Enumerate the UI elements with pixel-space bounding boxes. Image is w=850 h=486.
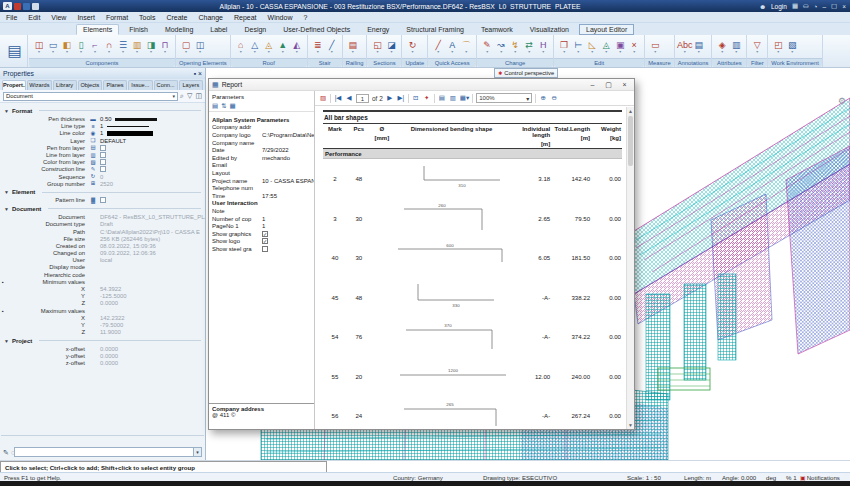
- quick-undo-icon[interactable]: [23, 3, 30, 10]
- checkbox-pen-from-layer[interactable]: [100, 145, 106, 151]
- close-icon[interactable]: ×: [842, 3, 846, 10]
- change-tool-icon[interactable]: ⇄: [522, 40, 536, 54]
- section-project[interactable]: ▼Project: [0, 336, 205, 346]
- param-value[interactable]: 7/29/2022: [262, 147, 314, 153]
- menu-change[interactable]: Change: [198, 14, 223, 21]
- tab-visualization[interactable]: Visualization: [523, 24, 576, 35]
- pin-icon[interactable]: ▪: [194, 70, 196, 77]
- categorize-icon[interactable]: ▤: [212, 102, 218, 110]
- attributes-tool-icon[interactable]: ▥: [729, 40, 743, 54]
- sort-icon[interactable]: ⇅: [221, 102, 226, 110]
- sections-tool-icon[interactable]: ◪: [384, 40, 398, 54]
- param-value[interactable]: mechando: [262, 155, 314, 161]
- property-value[interactable]: 0.50: [98, 116, 205, 122]
- edit-tool-icon[interactable]: ×: [627, 40, 641, 54]
- grid-icon[interactable]: ▦: [230, 102, 236, 110]
- select-icon[interactable]: ⊡: [412, 94, 420, 102]
- menu-format[interactable]: Format: [106, 14, 128, 21]
- scrollbar-thumb[interactable]: [628, 116, 633, 166]
- section-element[interactable]: ▼Element: [0, 187, 205, 197]
- annotations-tool-icon[interactable]: ▤: [692, 40, 706, 54]
- minimize-icon[interactable]: –: [586, 81, 599, 88]
- properties-tab-layers[interactable]: Layers: [179, 80, 203, 90]
- edit-tool-icon[interactable]: ◺: [585, 40, 599, 54]
- tab-energy[interactable]: Energy: [360, 24, 396, 35]
- first-page-icon[interactable]: |◀: [334, 94, 342, 102]
- task-board-icon[interactable]: ▤: [2, 35, 28, 67]
- railing-tool-icon[interactable]: ▤: [346, 40, 360, 54]
- status-notifications[interactable]: ▣Notifications: [800, 474, 840, 481]
- report-scrollbar[interactable]: ▲ ▼: [626, 107, 634, 429]
- attribute-input[interactable]: ▾: [14, 447, 202, 457]
- components-tool-icon[interactable]: ▥: [130, 40, 144, 54]
- menu-file[interactable]: File: [6, 14, 17, 21]
- roof-tool-icon[interactable]: ◬: [262, 40, 276, 54]
- param-checkbox-show-graphics[interactable]: ✓: [262, 231, 268, 237]
- param-value[interactable]: 10 - CASSA ESPANSIONE: [262, 178, 314, 184]
- scroll-up-icon[interactable]: ▲: [627, 107, 634, 115]
- change-tool-icon[interactable]: ✎: [480, 40, 494, 54]
- menu-create[interactable]: Create: [166, 14, 187, 21]
- viewport-settings-icon[interactable]: ⚙: [838, 96, 846, 106]
- tab-user-defined-objects[interactable]: User-Defined Objects: [276, 24, 357, 35]
- zoom-select[interactable]: 100%▾: [476, 93, 532, 103]
- properties-tab-conn[interactable]: Conn...: [154, 80, 178, 90]
- quick-save-icon[interactable]: [14, 3, 21, 10]
- components-tool-icon[interactable]: ⊓: [158, 40, 172, 54]
- components-tool-icon[interactable]: ◫: [32, 40, 46, 54]
- section-document[interactable]: ▼Document: [0, 204, 205, 214]
- annotations-tool-icon[interactable]: Abc: [678, 40, 692, 54]
- properties-tab-planes[interactable]: Planes: [103, 80, 127, 90]
- snapshot-icon[interactable]: ✦: [423, 94, 431, 102]
- work-environment-tool-icon[interactable]: ▧: [785, 40, 799, 54]
- tab-elements[interactable]: Elements: [76, 24, 119, 35]
- sections-tool-icon[interactable]: ◱: [370, 40, 384, 54]
- edit-tool-icon[interactable]: ▣: [613, 40, 627, 54]
- attributes-tool-icon[interactable]: ◈: [715, 40, 729, 54]
- chevron-down-icon[interactable]: ▾: [193, 448, 201, 456]
- components-tool-icon[interactable]: ▯: [74, 40, 88, 54]
- menu-help[interactable]: ?: [303, 14, 307, 21]
- components-tool-icon[interactable]: ◧: [60, 40, 74, 54]
- checkbox-construction-line[interactable]: [100, 166, 106, 172]
- scope-select[interactable]: Document ▾: [3, 92, 178, 101]
- edit-tool-icon[interactable]: ⊢: [571, 40, 585, 54]
- maximize-icon[interactable]: ▢: [831, 2, 837, 10]
- cart-icon[interactable]: ⛀: [803, 2, 808, 10]
- property-value[interactable]: 1: [98, 130, 205, 136]
- components-tool-icon[interactable]: ◨: [144, 40, 158, 54]
- change-tool-icon[interactable]: ↝: [494, 40, 508, 54]
- layout-icon[interactable]: ◫: [195, 92, 202, 100]
- tab-modeling[interactable]: Modeling: [158, 24, 200, 35]
- maximize-icon[interactable]: ▢: [602, 81, 615, 89]
- scroll-down-icon[interactable]: ▼: [627, 421, 634, 429]
- roof-tool-icon[interactable]: ▲: [276, 40, 290, 54]
- properties-tab-wizards[interactable]: Wizards: [27, 80, 51, 90]
- tab-design[interactable]: Design: [237, 24, 273, 35]
- quick-access-tool-icon[interactable]: ╱: [431, 40, 445, 54]
- export-image-icon[interactable]: ▨: [319, 94, 327, 102]
- menu-edit[interactable]: Edit: [28, 14, 40, 21]
- zoom-out-icon[interactable]: ⊖: [550, 94, 558, 102]
- print-icon[interactable]: ▤: [438, 94, 446, 102]
- param-checkbox-show-steel-gra[interactable]: [262, 246, 268, 252]
- property-value[interactable]: DEFAULT: [98, 138, 205, 144]
- export-icon[interactable]: ▦▾: [460, 94, 469, 102]
- menu-view[interactable]: View: [51, 14, 66, 21]
- stair-tool-icon[interactable]: ≣: [311, 40, 325, 54]
- close-icon[interactable]: ×: [618, 81, 631, 88]
- property-value[interactable]: 1: [98, 123, 205, 129]
- measure-tool-icon[interactable]: ▭: [648, 40, 662, 54]
- filter-tool-icon[interactable]: ▽: [750, 40, 764, 54]
- minimize-icon[interactable]: –: [822, 3, 826, 10]
- quick-access-tool-icon[interactable]: ⌒: [459, 40, 473, 54]
- opening-elements-tool-icon[interactable]: ▢: [179, 40, 193, 54]
- expand-icon[interactable]: ▪: [2, 308, 4, 314]
- change-tool-icon[interactable]: ↯: [508, 40, 522, 54]
- param-value[interactable]: 17:55: [262, 193, 314, 199]
- edit-tool-icon[interactable]: ❐: [557, 40, 571, 54]
- section-format[interactable]: ▼Format: [0, 106, 205, 116]
- update-tool-icon[interactable]: ↻: [405, 40, 419, 54]
- quick-redo-icon[interactable]: [32, 3, 39, 10]
- edit-tool-icon[interactable]: ◬: [599, 40, 613, 54]
